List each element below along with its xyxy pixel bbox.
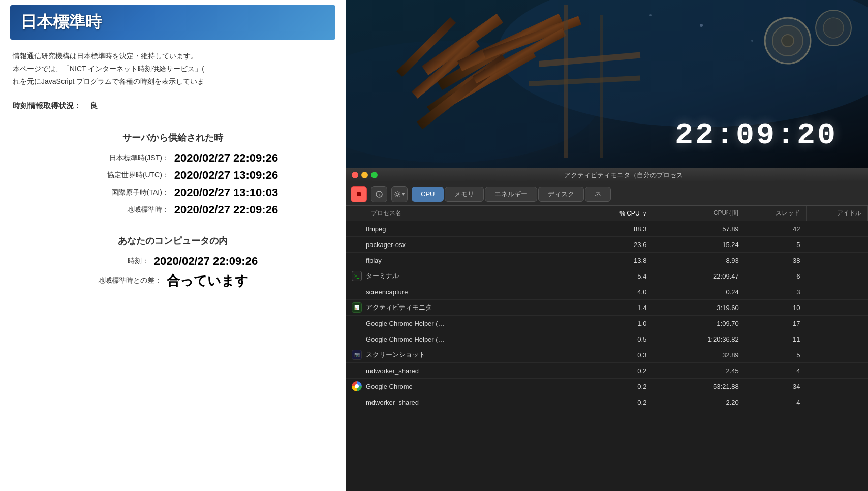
- threads-cell: 10: [745, 300, 807, 316]
- window-maximize-button[interactable]: [371, 172, 378, 178]
- table-row[interactable]: Google Chrome Helper (…0.51:20:36.8211: [346, 331, 868, 347]
- page-title: 日本標準時: [20, 11, 325, 34]
- process-name-cell: スクリーンショット: [366, 350, 425, 359]
- cpu-time-cell: 8.93: [653, 253, 745, 268]
- settings-button[interactable]: ▾: [391, 186, 408, 202]
- svg-point-15: [782, 35, 794, 47]
- idle-cell: [807, 363, 868, 379]
- threads-cell: 11: [745, 331, 807, 347]
- idle-cell: [807, 316, 868, 331]
- col-idle[interactable]: アイドル: [807, 206, 868, 221]
- tai-value: 2020/02/27 13:10:03: [174, 186, 278, 199]
- server-section: サーバから供給された時 日本標準時(JST)： 2020/02/27 22:09…: [13, 132, 333, 217]
- col-cpu-percent[interactable]: % CPU ∨: [576, 206, 653, 221]
- info-button[interactable]: i: [371, 186, 387, 202]
- local-std-row: 地域標準時： 2020/02/27 22:09:26: [13, 203, 333, 217]
- process-name-cell: packager-osx: [366, 241, 406, 249]
- local-clock-row: 時刻： 2020/02/27 22:09:26: [13, 255, 333, 268]
- threads-cell: 3: [745, 284, 807, 300]
- threads-cell: 4: [745, 363, 807, 379]
- tab-memory[interactable]: メモリ: [445, 187, 484, 202]
- server-section-title: サーバから供給された時: [13, 132, 333, 144]
- cpu-time-cell: 22:09.47: [653, 268, 745, 284]
- video-panel: 22:09:20: [346, 0, 868, 168]
- table-row[interactable]: Google Chrome Helper (…1.01:09.7017: [346, 316, 868, 331]
- process-name-cell: Google Chrome: [366, 383, 413, 390]
- divider-2: [13, 227, 333, 227]
- no-icon: [352, 224, 362, 234]
- status-value: 良: [90, 101, 98, 110]
- threads-cell: 4: [745, 394, 807, 410]
- svg-text:i: i: [379, 192, 380, 197]
- table-row[interactable]: mdworker_shared0.22.454: [346, 363, 868, 379]
- jst-label: 日本標準時(JST)：: [68, 154, 169, 163]
- idle-cell: [807, 394, 868, 410]
- process-name-cell: Google Chrome Helper (…: [366, 335, 445, 343]
- no-icon: [352, 318, 362, 328]
- video-clock: 22:09:20: [675, 118, 838, 152]
- cpu-percent-cell: 4.0: [576, 284, 653, 300]
- status-line: 時刻情報取得状況： 良: [13, 101, 333, 111]
- table-row[interactable]: Google Chrome0.253:21.8834: [346, 379, 868, 394]
- screenshot-icon: 📷: [352, 350, 362, 360]
- threads-cell: 34: [745, 379, 807, 394]
- cpu-percent-cell: 13.8: [576, 253, 653, 268]
- tai-row: 国際原子時(TAI)： 2020/02/27 13:10:03: [13, 186, 333, 199]
- table-row[interactable]: screencapture4.00.243: [346, 284, 868, 300]
- am-tab-bar: CPU メモリ エネルギー ディスク ネ: [412, 187, 611, 202]
- table-row[interactable]: ffmpeg88.357.8942: [346, 221, 868, 237]
- sort-arrow-icon: ∨: [643, 211, 646, 217]
- svg-rect-19: [600, 15, 603, 158]
- process-name-cell: mdworker_shared: [366, 398, 419, 406]
- window-close-button[interactable]: [352, 172, 358, 178]
- table-row[interactable]: mdworker_shared0.22.204: [346, 394, 868, 410]
- threads-cell: 38: [745, 253, 807, 268]
- table-row[interactable]: packager-osx23.615.245: [346, 237, 868, 253]
- browser-panel: 日本標準時 情報通信研究機構は日本標準時を決定・維持しています。 本ページでは、…: [0, 0, 346, 491]
- process-name-cell: ffmpeg: [366, 225, 386, 233]
- window-minimize-button[interactable]: [361, 172, 368, 178]
- threads-cell: 42: [745, 221, 807, 237]
- chrome-icon: [352, 381, 362, 391]
- diff-row: 地域標準時との差： 合っています: [13, 272, 333, 290]
- cpu-percent-cell: 0.2: [576, 379, 653, 394]
- table-row[interactable]: ffplay13.88.9338: [346, 253, 868, 268]
- threads-cell: 17: [745, 316, 807, 331]
- stop-icon: [355, 191, 362, 198]
- col-process-name[interactable]: プロセス名: [346, 206, 576, 221]
- svg-point-17: [823, 18, 844, 38]
- jst-row: 日本標準時(JST)： 2020/02/27 22:09:26: [13, 151, 333, 165]
- intro-line1: 情報通信研究機構は日本標準時を決定・維持しています。: [13, 52, 198, 60]
- table-row[interactable]: 📊アクティビティモニタ1.43:19.6010: [346, 300, 868, 316]
- local-clock-label: 時刻：: [88, 257, 149, 266]
- cpu-percent-cell: 5.4: [576, 268, 653, 284]
- tab-network[interactable]: ネ: [585, 187, 611, 202]
- tab-disk[interactable]: ディスク: [538, 187, 584, 202]
- process-name-cell: mdworker_shared: [366, 367, 419, 375]
- info-icon: i: [376, 191, 383, 198]
- gear-dropdown-arrow: ▾: [402, 191, 405, 197]
- am-titlebar: アクティビティモニタ（自分のプロセス: [346, 168, 868, 182]
- no-icon: [352, 334, 362, 344]
- computer-section: あなたのコンピュータの内 時刻： 2020/02/27 22:09:26 地域標…: [13, 235, 333, 290]
- local-std-value: 2020/02/27 22:09:26: [174, 203, 278, 217]
- cpu-percent-cell: 1.0: [576, 316, 653, 331]
- table-row[interactable]: 📷スクリーンショット0.332.895: [346, 347, 868, 363]
- tab-cpu[interactable]: CPU: [412, 187, 444, 202]
- diff-label: 地域標準時との差：: [98, 276, 162, 285]
- process-name-cell: アクティビティモニタ: [366, 303, 432, 312]
- no-icon: [352, 287, 362, 297]
- utc-label: 協定世界時(UTC)：: [68, 171, 169, 180]
- cpu-percent-cell: 0.5: [576, 331, 653, 347]
- tab-energy[interactable]: エネルギー: [485, 187, 537, 202]
- col-threads[interactable]: スレッド: [745, 206, 807, 221]
- cpu-time-cell: 3:19.60: [653, 300, 745, 316]
- process-table-container[interactable]: プロセス名 % CPU ∨ CPU時間 スレッド アイドル: [346, 206, 868, 476]
- cpu-time-cell: 2.20: [653, 394, 745, 410]
- idle-cell: [807, 300, 868, 316]
- threads-cell: 6: [745, 268, 807, 284]
- table-row[interactable]: >_ターミナル5.422:09.476: [346, 268, 868, 284]
- col-cpu-time[interactable]: CPU時間: [653, 206, 745, 221]
- stop-process-button[interactable]: [351, 186, 367, 202]
- cpu-percent-cell: 1.4: [576, 300, 653, 316]
